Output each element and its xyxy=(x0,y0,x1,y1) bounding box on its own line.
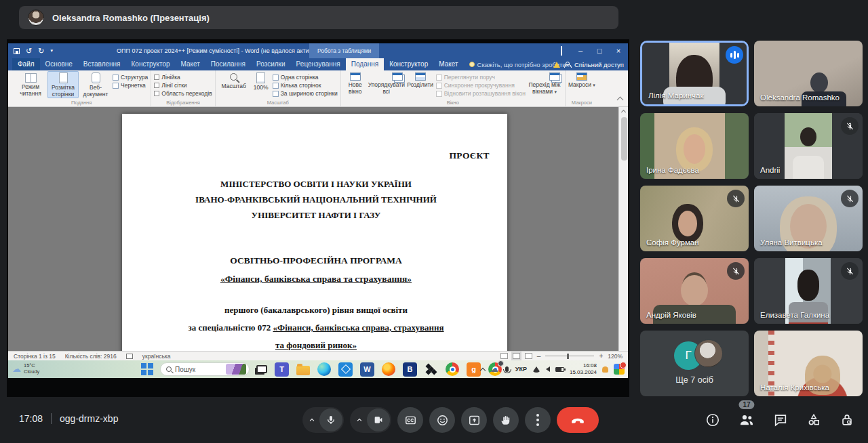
tab-table-layout[interactable]: Макет xyxy=(433,58,463,70)
reactions-button[interactable] xyxy=(429,407,455,433)
tab-design[interactable]: Конструктор xyxy=(126,58,176,70)
firefox-icon[interactable] xyxy=(382,362,395,376)
tray-microphone-icon[interactable] xyxy=(505,366,509,372)
one-page-button[interactable]: Одна сторінка xyxy=(273,74,338,81)
synchronous-scrolling-button[interactable]: Синхронне прокручування xyxy=(436,82,526,89)
web-layout-button[interactable]: Веб-документ xyxy=(80,71,111,98)
print-layout-view-icon[interactable] xyxy=(513,353,520,359)
arrange-all-button[interactable]: Упорядкувати всі xyxy=(368,71,405,96)
navigation-pane-checkbox[interactable]: Область переходів xyxy=(154,90,212,97)
ruler-checkbox[interactable]: Лінійка xyxy=(154,74,212,81)
wifi-icon[interactable] xyxy=(532,366,540,373)
participants-button[interactable]: 17 xyxy=(738,412,755,428)
chrome-icon[interactable] xyxy=(446,362,459,376)
tab-layout[interactable]: Макет xyxy=(176,58,205,70)
chat-button[interactable] xyxy=(773,413,788,427)
participant-tile[interactable]: Андрій Яковів xyxy=(640,258,749,324)
microphone-button[interactable] xyxy=(319,408,342,431)
participant-tile[interactable]: Oleksandra Romashko xyxy=(754,41,863,106)
vertical-scrollbar[interactable] xyxy=(618,107,628,351)
multiple-pages-button[interactable]: Кілька сторінок xyxy=(273,82,338,89)
b-app-icon[interactable]: B xyxy=(403,362,417,377)
tab-review[interactable]: Рецензування xyxy=(291,58,346,70)
zoom-slider-thumb[interactable] xyxy=(567,354,569,359)
zoom-in-icon[interactable]: + xyxy=(599,354,603,359)
tab-insert[interactable]: Вставлення xyxy=(78,58,126,70)
zoom-button[interactable]: Масштаб xyxy=(218,71,250,90)
onedrive-icon[interactable]: ☁ xyxy=(490,365,498,373)
undo-icon[interactable]: ↺ xyxy=(26,47,32,56)
scrollbar-thumb[interactable] xyxy=(621,117,627,161)
scroll-up-icon[interactable] xyxy=(619,107,628,116)
read-mode-button[interactable]: Режим читання xyxy=(15,71,46,98)
presenter-banner[interactable]: Oleksandra Romashko (Презентація) xyxy=(19,6,618,29)
word-app-icon[interactable]: W xyxy=(360,362,374,377)
word-count[interactable]: Кількість слів: 2916 xyxy=(65,353,117,360)
teams-icon[interactable]: T xyxy=(275,362,289,377)
tab-mailings[interactable]: Розсилки xyxy=(251,58,291,70)
battery-icon[interactable] xyxy=(555,367,564,372)
read-mode-view-icon[interactable] xyxy=(500,353,508,359)
end-call-button[interactable] xyxy=(557,407,599,433)
participant-tile[interactable]: Уляна Витвицька xyxy=(754,186,863,251)
share-button[interactable]: Спільний доступ xyxy=(574,61,624,68)
restore-button[interactable]: □ xyxy=(590,43,609,58)
colorful-app-icon[interactable] xyxy=(614,364,625,375)
camera-options-chevron-icon[interactable] xyxy=(353,415,366,425)
minimize-button[interactable]: – xyxy=(571,43,590,58)
tab-file[interactable]: Файл xyxy=(12,58,40,70)
reset-window-position-button[interactable]: Відновити розташування вікон xyxy=(436,90,526,97)
overflow-participants-tile[interactable]: Г Ще 7 осіб xyxy=(640,331,749,396)
new-window-button[interactable]: Нове вікно xyxy=(344,71,367,96)
photos-app-icon[interactable] xyxy=(338,362,353,377)
view-side-by-side-button[interactable]: Переглянути поруч xyxy=(436,74,526,81)
start-button[interactable] xyxy=(141,363,153,375)
more-options-button[interactable] xyxy=(525,407,551,433)
participant-tile[interactable]: Елизавета Галкина xyxy=(754,258,863,324)
web-layout-view-icon[interactable] xyxy=(525,353,532,359)
activities-button[interactable] xyxy=(806,413,821,427)
page-width-button[interactable]: За шириною сторінки xyxy=(273,90,338,97)
volume-icon[interactable] xyxy=(546,366,550,372)
keyboard-language[interactable]: УКР xyxy=(515,366,527,373)
camera-button[interactable] xyxy=(367,408,390,431)
meeting-details-button[interactable] xyxy=(705,413,720,427)
split-button[interactable]: Розділити xyxy=(406,71,435,89)
dropbox-icon[interactable] xyxy=(425,362,438,376)
participant-tile[interactable]: Софія Фурман xyxy=(640,186,749,251)
task-view-icon[interactable] xyxy=(256,365,267,373)
zoom-slider[interactable] xyxy=(545,356,594,356)
tab-home[interactable]: Основне xyxy=(40,58,78,70)
tray-expand-icon[interactable] xyxy=(480,367,486,373)
draft-view-button[interactable]: Чернетка xyxy=(113,82,148,89)
switch-windows-button[interactable]: Перехід між вікнами ▾ xyxy=(527,71,562,96)
gridlines-checkbox[interactable]: Лінії сітки xyxy=(154,82,212,89)
orange-app-icon[interactable]: g xyxy=(467,362,481,377)
outline-view-button[interactable]: Структура xyxy=(113,74,148,81)
participant-tile[interactable]: Лілія Маринчак xyxy=(640,41,749,106)
participant-tile[interactable]: Andrii xyxy=(754,113,863,179)
print-layout-button[interactable]: Розмітка сторінки xyxy=(47,71,79,98)
host-controls-button[interactable] xyxy=(840,413,854,427)
page-indicator[interactable]: Сторінка 1 із 15 xyxy=(14,353,56,360)
tab-references[interactable]: Посилання xyxy=(205,58,251,70)
tab-view[interactable]: Подання xyxy=(346,58,384,70)
collapse-ribbon-icon[interactable] xyxy=(617,97,624,104)
microphone-control[interactable] xyxy=(302,407,344,433)
participant-tile[interactable]: Наталія Крихівська xyxy=(754,331,863,396)
present-screen-button[interactable] xyxy=(461,407,487,433)
proofing-icon[interactable] xyxy=(126,354,133,359)
weather-widget[interactable]: ☁ 15°CCloudy xyxy=(12,362,39,375)
zoom-percentage[interactable]: 120% xyxy=(608,353,623,360)
file-explorer-icon[interactable] xyxy=(296,366,310,375)
zoom-out-icon[interactable]: – xyxy=(537,354,541,359)
participant-tile[interactable]: Ірина Фадєєва xyxy=(640,113,749,179)
zoom-100-button[interactable]: 100% xyxy=(251,71,271,91)
camera-control[interactable] xyxy=(350,407,391,433)
edge-icon[interactable] xyxy=(317,362,331,376)
redo-icon[interactable]: ↻ xyxy=(38,47,44,56)
taskbar-clock[interactable]: 16:0815.03.2024 xyxy=(570,362,597,375)
language-indicator[interactable]: українська xyxy=(142,353,171,360)
captions-button[interactable] xyxy=(397,407,423,433)
qat-customize-icon[interactable]: ▾ xyxy=(50,48,53,54)
